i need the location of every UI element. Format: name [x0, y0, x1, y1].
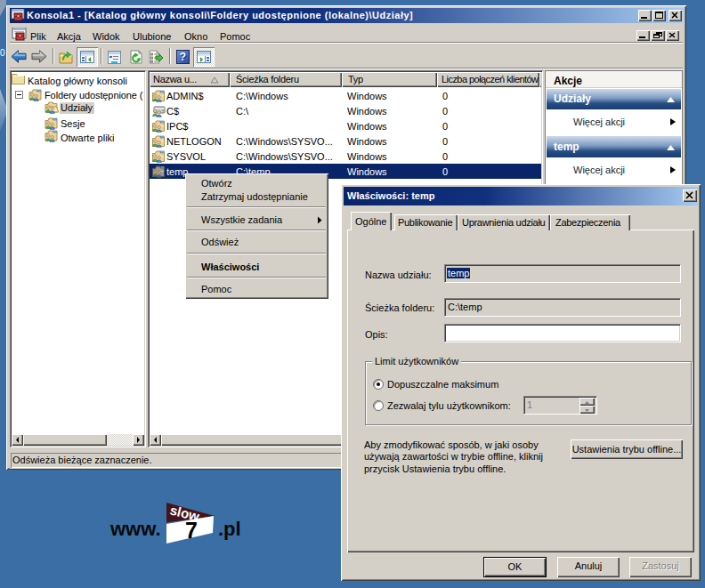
svg-text:7: 7: [185, 518, 198, 543]
